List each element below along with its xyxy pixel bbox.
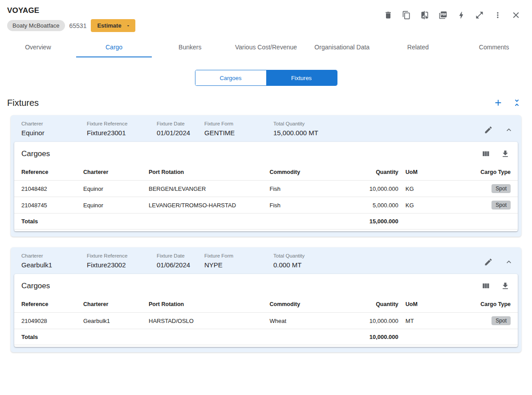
cell-commodity: Wheat	[266, 313, 346, 329]
fixture-header: Charterer Equinor Fixture Reference Fixt…	[11, 115, 521, 142]
field-value: Gearbulk1	[21, 261, 87, 269]
cargoes-tools	[480, 281, 511, 291]
tab-comments[interactable]: Comments	[456, 37, 532, 57]
fixture-field-form: Fixture Form GENTIME	[204, 121, 273, 137]
cell-reference: 21049028	[14, 313, 80, 329]
toggle-cargoes[interactable]: Cargoes	[195, 70, 266, 85]
tab-bar: Overview Cargo Bunkers Various Cost/Reve…	[0, 37, 532, 57]
empty-cell	[80, 329, 145, 345]
edit-fixture-button[interactable]	[483, 125, 494, 135]
cargoes-fixtures-toggle: Cargoes Fixtures	[195, 70, 337, 86]
close-button[interactable]	[511, 10, 521, 20]
download-button[interactable]	[500, 149, 511, 159]
edit-fixture-button[interactable]	[483, 257, 494, 267]
col-commodity: Commodity	[266, 165, 346, 181]
window-header-left: VOYAGE Boaty McBoatface 65531 Estimate	[7, 6, 135, 32]
compare-icon	[420, 11, 429, 20]
download-button[interactable]	[500, 281, 511, 291]
field-label: Fixture Reference	[87, 121, 157, 126]
tab-various-cost-revenue[interactable]: Various Cost/Revenue	[228, 37, 304, 57]
field-label: Fixture Reference	[87, 253, 157, 258]
vessel-chip[interactable]: Boaty McBoatface	[7, 20, 65, 31]
empty-cell	[402, 329, 447, 345]
col-charterer: Charterer	[80, 165, 145, 181]
columns-button[interactable]	[480, 149, 491, 159]
close-icon	[511, 10, 521, 20]
delete-button[interactable]	[383, 10, 394, 20]
fixture-field-total-quantity: Total Quantity 0.000 MT	[273, 253, 483, 269]
chevron-up-icon	[504, 258, 513, 266]
totals-row: Totals 15,000.000	[14, 214, 518, 230]
unfold-less-icon	[512, 98, 522, 108]
field-label: Total Quantity	[273, 121, 483, 126]
page-title: VOYAGE	[7, 6, 135, 15]
bolt-button[interactable]	[456, 10, 467, 20]
bolt-icon	[457, 11, 466, 20]
totals-label: Totals	[14, 214, 80, 230]
cell-port-rotation: LEVANGER/TROMSO-HARSTAD	[145, 197, 266, 214]
table-row[interactable]: 21049028 Gearbulk1 HARSTAD/OSLO Wheat 10…	[14, 313, 518, 329]
fixture-field-charterer: Charterer Gearbulk1	[21, 253, 87, 269]
tab-bunkers[interactable]: Bunkers	[152, 37, 228, 57]
field-label: Fixture Date	[157, 253, 204, 258]
field-value: NYPE	[204, 261, 273, 269]
more-vert-button[interactable]	[492, 10, 503, 20]
plus-icon	[493, 98, 503, 108]
collapse-all-button[interactable]	[512, 97, 522, 108]
compare-button[interactable]	[419, 10, 430, 20]
fixture-field-form: Fixture Form NYPE	[204, 253, 273, 269]
field-label: Fixture Form	[204, 253, 273, 258]
col-uom: UoM	[402, 165, 447, 181]
cargo-type-badge: Spot	[491, 201, 511, 210]
tab-organisational-data[interactable]: Organisational Data	[304, 37, 380, 57]
pdf-button[interactable]	[438, 10, 448, 20]
empty-cell	[266, 214, 346, 230]
more-vert-icon	[493, 11, 502, 20]
col-uom: UoM	[402, 297, 447, 313]
estimate-button[interactable]: Estimate	[91, 19, 135, 32]
empty-cell	[145, 329, 266, 345]
tab-cargo[interactable]: Cargo	[76, 37, 152, 57]
section-actions	[493, 97, 522, 108]
cell-cargo-type: Spot	[447, 197, 518, 214]
collapse-fixture-button[interactable]	[504, 257, 514, 267]
cargoes-table: Reference Charterer Port Rotation Commod…	[14, 165, 518, 230]
window-toolbar	[383, 10, 521, 20]
table-row[interactable]: 21048745 Equinor LEVANGER/TROMSO-HARSTAD…	[14, 197, 518, 214]
cargoes-card: Cargoes Reference Charterer Port Rotatio…	[14, 142, 518, 231]
cargoes-card-head: Cargoes	[14, 142, 518, 165]
cargoes-card: Cargoes Reference Charterer Port Rotatio…	[14, 274, 518, 347]
fixture-field-total-quantity: Total Quantity 15,000.000 MT	[273, 121, 483, 137]
fixture-field-date: Fixture Date 01/06/2024	[157, 253, 204, 269]
empty-cell	[145, 214, 266, 230]
empty-cell	[80, 214, 145, 230]
estimate-button-label: Estimate	[97, 22, 121, 29]
section-title: Fixtures	[7, 98, 39, 108]
tab-overview[interactable]: Overview	[0, 37, 76, 57]
toggle-fixtures[interactable]: Fixtures	[266, 70, 337, 85]
empty-cell	[447, 214, 518, 230]
copy-button[interactable]	[401, 10, 412, 20]
field-label: Charterer	[21, 253, 87, 258]
cell-quantity: 10,000.000	[346, 181, 402, 197]
field-value: Fixture23001	[87, 129, 157, 137]
col-port-rotation: Port Rotation	[145, 165, 266, 181]
fixture-card: Charterer Gearbulk1 Fixture Reference Fi…	[11, 247, 521, 352]
window-header: VOYAGE Boaty McBoatface 65531 Estimate	[0, 0, 532, 32]
cargoes-title: Cargoes	[21, 149, 50, 158]
delete-icon	[384, 11, 393, 20]
tab-related[interactable]: Related	[380, 37, 456, 57]
collapse-fixture-button[interactable]	[504, 125, 514, 135]
fixture-actions	[483, 257, 514, 267]
field-value: GENTIME	[204, 129, 273, 137]
expand-button[interactable]	[474, 10, 485, 20]
empty-cell	[447, 329, 518, 345]
col-charterer: Charterer	[80, 297, 145, 313]
columns-button[interactable]	[480, 281, 491, 291]
col-quantity: Quantity	[346, 165, 402, 181]
cargo-type-badge: Spot	[491, 316, 511, 325]
empty-cell	[266, 329, 346, 345]
totals-quantity: 15,000.000	[346, 214, 402, 230]
add-fixture-button[interactable]	[493, 97, 504, 108]
table-row[interactable]: 21048482 Equinor BERGEN/LEVANGER Fish 10…	[14, 181, 518, 197]
